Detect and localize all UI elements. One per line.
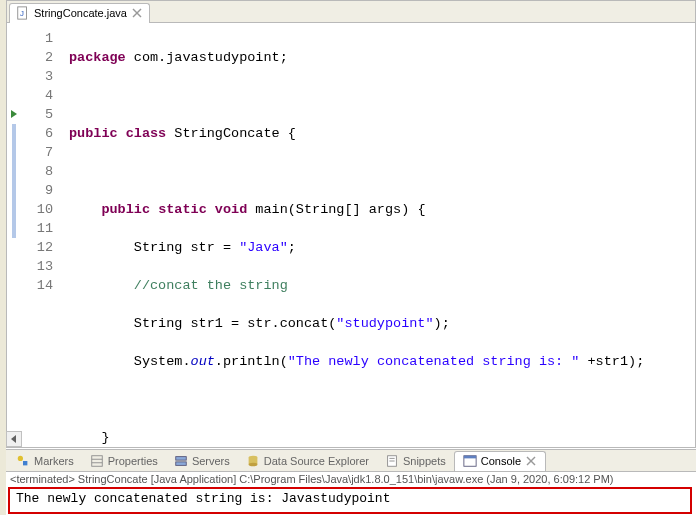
tab-markers[interactable]: Markers [8, 451, 82, 471]
svg-rect-19 [464, 456, 476, 459]
close-icon[interactable] [131, 7, 143, 19]
editor-pane: J StringConcate.java 1 [6, 0, 696, 448]
snippets-icon [385, 454, 399, 468]
console-output-text: The newly concatenated string is: Javast… [16, 491, 390, 506]
tab-console[interactable]: Console [454, 451, 546, 471]
close-icon[interactable] [525, 455, 537, 467]
editor-tab-label: StringConcate.java [34, 7, 127, 19]
java-file-icon: J [16, 6, 30, 20]
run-arrow-icon [11, 110, 17, 118]
properties-icon [90, 454, 104, 468]
console-view: <terminated> StringConcate [Java Applica… [6, 471, 696, 515]
svg-rect-6 [23, 461, 27, 465]
tab-properties[interactable]: Properties [82, 451, 166, 471]
console-icon [463, 454, 477, 468]
svg-text:J: J [20, 9, 24, 18]
tab-data-source-explorer[interactable]: Data Source Explorer [238, 451, 377, 471]
database-icon [246, 454, 260, 468]
svg-rect-11 [176, 461, 187, 465]
svg-marker-4 [11, 435, 16, 443]
tab-servers[interactable]: Servers [166, 451, 238, 471]
scroll-left-button[interactable] [6, 431, 22, 447]
svg-point-14 [248, 462, 257, 466]
editor-tab-active[interactable]: J StringConcate.java [9, 3, 150, 23]
console-output-highlight: The newly concatenated string is: Javast… [8, 487, 692, 514]
editor-tab-bar: J StringConcate.java [7, 1, 695, 23]
code-editor[interactable]: 1 2 3 4 5 6 7 8 9 10 11 12 13 14 package… [7, 23, 695, 447]
marker-strip [7, 23, 21, 447]
svg-rect-10 [176, 456, 187, 460]
markers-icon [16, 454, 30, 468]
svg-rect-7 [91, 455, 102, 466]
servers-icon [174, 454, 188, 468]
console-status-line: <terminated> StringConcate [Java Applica… [6, 472, 696, 486]
tab-snippets[interactable]: Snippets [377, 451, 454, 471]
code-content[interactable]: package com.javastudypoint; public class… [61, 23, 695, 447]
chevron-left-icon [10, 435, 18, 443]
svg-point-5 [18, 455, 23, 460]
bottom-views-tab-bar: Markers Properties Servers Data Source E… [6, 449, 696, 471]
line-number-gutter: 1 2 3 4 5 6 7 8 9 10 11 12 13 14 [21, 23, 61, 447]
